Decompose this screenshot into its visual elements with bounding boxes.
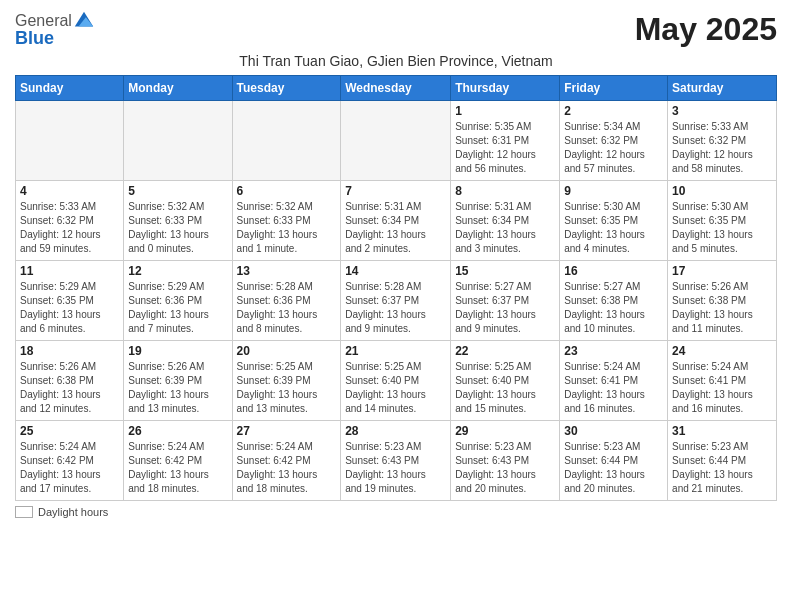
calendar-cell: 19Sunrise: 5:26 AM Sunset: 6:39 PM Dayli… bbox=[124, 341, 232, 421]
day-number: 20 bbox=[237, 344, 337, 358]
day-info: Sunrise: 5:28 AM Sunset: 6:36 PM Dayligh… bbox=[237, 280, 337, 336]
day-info: Sunrise: 5:31 AM Sunset: 6:34 PM Dayligh… bbox=[455, 200, 555, 256]
day-number: 13 bbox=[237, 264, 337, 278]
day-number: 12 bbox=[128, 264, 227, 278]
day-number: 19 bbox=[128, 344, 227, 358]
calendar-cell: 11Sunrise: 5:29 AM Sunset: 6:35 PM Dayli… bbox=[16, 261, 124, 341]
calendar-week-row: 11Sunrise: 5:29 AM Sunset: 6:35 PM Dayli… bbox=[16, 261, 777, 341]
calendar-cell: 5Sunrise: 5:32 AM Sunset: 6:33 PM Daylig… bbox=[124, 181, 232, 261]
day-info: Sunrise: 5:24 AM Sunset: 6:42 PM Dayligh… bbox=[128, 440, 227, 496]
calendar-cell: 28Sunrise: 5:23 AM Sunset: 6:43 PM Dayli… bbox=[341, 421, 451, 501]
calendar-cell: 22Sunrise: 5:25 AM Sunset: 6:40 PM Dayli… bbox=[451, 341, 560, 421]
day-info: Sunrise: 5:30 AM Sunset: 6:35 PM Dayligh… bbox=[672, 200, 772, 256]
day-number: 23 bbox=[564, 344, 663, 358]
calendar-cell: 20Sunrise: 5:25 AM Sunset: 6:39 PM Dayli… bbox=[232, 341, 341, 421]
day-info: Sunrise: 5:27 AM Sunset: 6:37 PM Dayligh… bbox=[455, 280, 555, 336]
calendar-subtitle: Thi Tran Tuan Giao, GJien Bien Province,… bbox=[15, 53, 777, 69]
calendar-cell: 8Sunrise: 5:31 AM Sunset: 6:34 PM Daylig… bbox=[451, 181, 560, 261]
day-number: 1 bbox=[455, 104, 555, 118]
day-number: 3 bbox=[672, 104, 772, 118]
day-info: Sunrise: 5:28 AM Sunset: 6:37 PM Dayligh… bbox=[345, 280, 446, 336]
calendar-cell: 27Sunrise: 5:24 AM Sunset: 6:42 PM Dayli… bbox=[232, 421, 341, 501]
day-info: Sunrise: 5:23 AM Sunset: 6:43 PM Dayligh… bbox=[345, 440, 446, 496]
logo-icon bbox=[73, 10, 95, 32]
daylight-box bbox=[15, 506, 33, 518]
day-info: Sunrise: 5:29 AM Sunset: 6:35 PM Dayligh… bbox=[20, 280, 119, 336]
calendar-cell bbox=[341, 101, 451, 181]
calendar-cell: 1Sunrise: 5:35 AM Sunset: 6:31 PM Daylig… bbox=[451, 101, 560, 181]
day-number: 10 bbox=[672, 184, 772, 198]
day-number: 4 bbox=[20, 184, 119, 198]
day-number: 17 bbox=[672, 264, 772, 278]
calendar-cell: 25Sunrise: 5:24 AM Sunset: 6:42 PM Dayli… bbox=[16, 421, 124, 501]
logo: General Blue bbox=[15, 10, 95, 49]
day-number: 9 bbox=[564, 184, 663, 198]
day-info: Sunrise: 5:35 AM Sunset: 6:31 PM Dayligh… bbox=[455, 120, 555, 176]
calendar-table: Sunday Monday Tuesday Wednesday Thursday… bbox=[15, 75, 777, 501]
calendar-cell: 3Sunrise: 5:33 AM Sunset: 6:32 PM Daylig… bbox=[668, 101, 777, 181]
day-number: 28 bbox=[345, 424, 446, 438]
calendar-cell: 10Sunrise: 5:30 AM Sunset: 6:35 PM Dayli… bbox=[668, 181, 777, 261]
day-info: Sunrise: 5:27 AM Sunset: 6:38 PM Dayligh… bbox=[564, 280, 663, 336]
calendar-cell: 24Sunrise: 5:24 AM Sunset: 6:41 PM Dayli… bbox=[668, 341, 777, 421]
day-number: 22 bbox=[455, 344, 555, 358]
day-number: 26 bbox=[128, 424, 227, 438]
day-info: Sunrise: 5:26 AM Sunset: 6:39 PM Dayligh… bbox=[128, 360, 227, 416]
col-thursday: Thursday bbox=[451, 76, 560, 101]
calendar-cell: 31Sunrise: 5:23 AM Sunset: 6:44 PM Dayli… bbox=[668, 421, 777, 501]
daylight-label: Daylight hours bbox=[38, 506, 108, 518]
footer: Daylight hours bbox=[15, 506, 777, 518]
day-info: Sunrise: 5:24 AM Sunset: 6:42 PM Dayligh… bbox=[20, 440, 119, 496]
calendar-cell: 9Sunrise: 5:30 AM Sunset: 6:35 PM Daylig… bbox=[560, 181, 668, 261]
header: General Blue May 2025 bbox=[15, 10, 777, 49]
calendar-cell: 12Sunrise: 5:29 AM Sunset: 6:36 PM Dayli… bbox=[124, 261, 232, 341]
day-info: Sunrise: 5:23 AM Sunset: 6:44 PM Dayligh… bbox=[564, 440, 663, 496]
day-number: 6 bbox=[237, 184, 337, 198]
day-info: Sunrise: 5:31 AM Sunset: 6:34 PM Dayligh… bbox=[345, 200, 446, 256]
calendar-cell: 14Sunrise: 5:28 AM Sunset: 6:37 PM Dayli… bbox=[341, 261, 451, 341]
calendar-header-row: Sunday Monday Tuesday Wednesday Thursday… bbox=[16, 76, 777, 101]
day-info: Sunrise: 5:23 AM Sunset: 6:43 PM Dayligh… bbox=[455, 440, 555, 496]
day-number: 15 bbox=[455, 264, 555, 278]
calendar-cell: 17Sunrise: 5:26 AM Sunset: 6:38 PM Dayli… bbox=[668, 261, 777, 341]
col-monday: Monday bbox=[124, 76, 232, 101]
day-number: 31 bbox=[672, 424, 772, 438]
day-info: Sunrise: 5:26 AM Sunset: 6:38 PM Dayligh… bbox=[672, 280, 772, 336]
calendar-cell: 30Sunrise: 5:23 AM Sunset: 6:44 PM Dayli… bbox=[560, 421, 668, 501]
calendar-cell: 6Sunrise: 5:32 AM Sunset: 6:33 PM Daylig… bbox=[232, 181, 341, 261]
day-number: 5 bbox=[128, 184, 227, 198]
calendar-week-row: 18Sunrise: 5:26 AM Sunset: 6:38 PM Dayli… bbox=[16, 341, 777, 421]
day-info: Sunrise: 5:24 AM Sunset: 6:41 PM Dayligh… bbox=[672, 360, 772, 416]
day-number: 8 bbox=[455, 184, 555, 198]
calendar-cell: 4Sunrise: 5:33 AM Sunset: 6:32 PM Daylig… bbox=[16, 181, 124, 261]
calendar-cell: 15Sunrise: 5:27 AM Sunset: 6:37 PM Dayli… bbox=[451, 261, 560, 341]
day-number: 27 bbox=[237, 424, 337, 438]
day-number: 25 bbox=[20, 424, 119, 438]
calendar-cell: 16Sunrise: 5:27 AM Sunset: 6:38 PM Dayli… bbox=[560, 261, 668, 341]
day-number: 29 bbox=[455, 424, 555, 438]
day-info: Sunrise: 5:32 AM Sunset: 6:33 PM Dayligh… bbox=[237, 200, 337, 256]
col-sunday: Sunday bbox=[16, 76, 124, 101]
day-info: Sunrise: 5:33 AM Sunset: 6:32 PM Dayligh… bbox=[672, 120, 772, 176]
calendar-cell bbox=[16, 101, 124, 181]
col-saturday: Saturday bbox=[668, 76, 777, 101]
day-info: Sunrise: 5:25 AM Sunset: 6:39 PM Dayligh… bbox=[237, 360, 337, 416]
day-number: 2 bbox=[564, 104, 663, 118]
day-number: 21 bbox=[345, 344, 446, 358]
calendar-week-row: 25Sunrise: 5:24 AM Sunset: 6:42 PM Dayli… bbox=[16, 421, 777, 501]
day-info: Sunrise: 5:30 AM Sunset: 6:35 PM Dayligh… bbox=[564, 200, 663, 256]
day-info: Sunrise: 5:26 AM Sunset: 6:38 PM Dayligh… bbox=[20, 360, 119, 416]
calendar-cell bbox=[232, 101, 341, 181]
page: General Blue May 2025 Thi Tran Tuan Giao… bbox=[0, 0, 792, 528]
day-info: Sunrise: 5:25 AM Sunset: 6:40 PM Dayligh… bbox=[455, 360, 555, 416]
col-friday: Friday bbox=[560, 76, 668, 101]
day-info: Sunrise: 5:34 AM Sunset: 6:32 PM Dayligh… bbox=[564, 120, 663, 176]
calendar-title: May 2025 bbox=[635, 11, 777, 48]
day-number: 11 bbox=[20, 264, 119, 278]
day-info: Sunrise: 5:24 AM Sunset: 6:41 PM Dayligh… bbox=[564, 360, 663, 416]
calendar-cell: 29Sunrise: 5:23 AM Sunset: 6:43 PM Dayli… bbox=[451, 421, 560, 501]
calendar-cell: 18Sunrise: 5:26 AM Sunset: 6:38 PM Dayli… bbox=[16, 341, 124, 421]
day-info: Sunrise: 5:23 AM Sunset: 6:44 PM Dayligh… bbox=[672, 440, 772, 496]
calendar-week-row: 1Sunrise: 5:35 AM Sunset: 6:31 PM Daylig… bbox=[16, 101, 777, 181]
day-number: 16 bbox=[564, 264, 663, 278]
